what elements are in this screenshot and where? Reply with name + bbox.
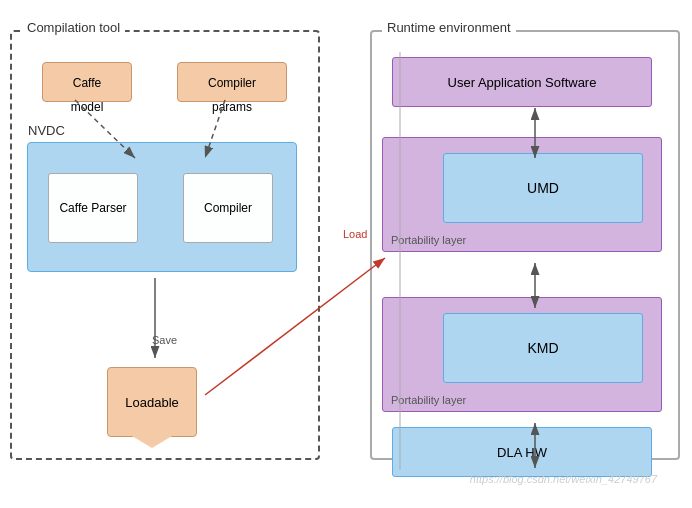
save-label: Save: [152, 334, 177, 346]
portability-layer-1: Portability layer UMD: [382, 137, 662, 252]
dla-hw-box: DLA HW: [392, 427, 652, 477]
runtime-env-label: Runtime environment: [382, 20, 516, 35]
diagram-container: Compilation tool Caffe model Compiler pa…: [5, 10, 687, 500]
nvdc-label: NVDC: [28, 123, 65, 138]
portability-layer-2: Portability layer KMD: [382, 297, 662, 412]
compilation-tool-section: Compilation tool Caffe model Compiler pa…: [10, 30, 320, 460]
kmd-box: KMD: [443, 313, 643, 383]
runtime-env-section: Runtime environment User Application Sof…: [370, 30, 680, 460]
compilation-tool-label: Compilation tool: [22, 20, 125, 35]
compiler-params-box: Compiler params: [177, 62, 287, 102]
watermark: https://blog.csdn.net/weixin_42749767: [470, 473, 657, 485]
compiler-box: Compiler: [183, 173, 273, 243]
umd-box: UMD: [443, 153, 643, 223]
portability-label-2: Portability layer: [391, 394, 466, 406]
caffe-model-box: Caffe model: [42, 62, 132, 102]
load-label: Load: [343, 228, 367, 240]
nvdc-box: NVDC Caffe Parser Compiler: [27, 142, 297, 272]
user-app-box: User Application Software: [392, 57, 652, 107]
portability-label-1: Portability layer: [391, 234, 466, 246]
caffe-parser-box: Caffe Parser: [48, 173, 138, 243]
loadable-box: Loadable: [107, 367, 197, 437]
